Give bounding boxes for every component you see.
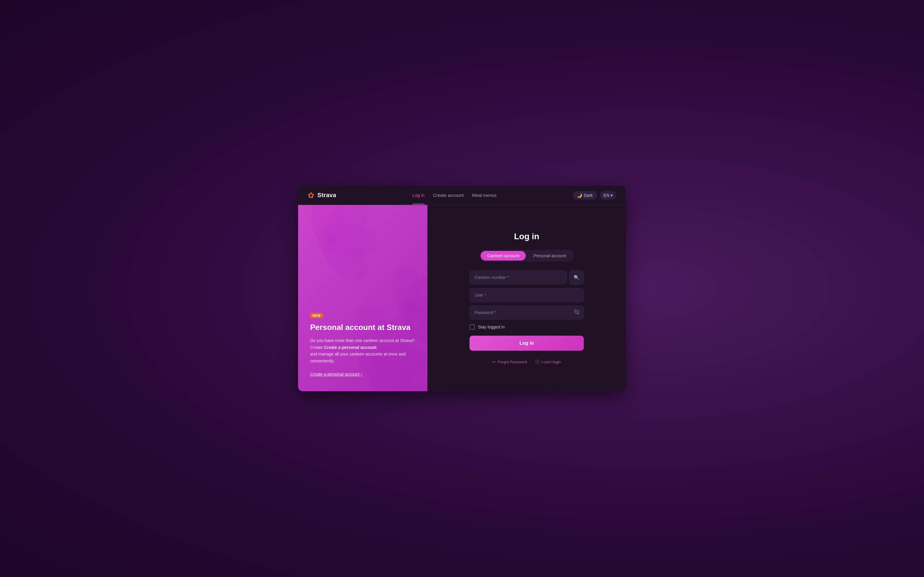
nav-create-account[interactable]: Create account xyxy=(433,193,464,198)
forgot-password-label: Forgot Password xyxy=(498,360,527,364)
promo-link-label: Create a personal account xyxy=(310,372,359,377)
password-visibility-toggle[interactable] xyxy=(574,309,580,316)
tab-canteen-label: Canteen account xyxy=(487,253,519,258)
search-icon: 🔍 xyxy=(573,275,580,280)
login-button[interactable]: Log in xyxy=(470,336,584,351)
main-content: NEW Personal account at Strava Do you ha… xyxy=(298,205,626,391)
nav-login[interactable]: Log in xyxy=(412,193,425,198)
header-controls: 🌙 Dark EN ▾ xyxy=(573,191,616,200)
svg-point-4 xyxy=(318,230,339,251)
user-input[interactable] xyxy=(470,288,584,302)
cant-login-link[interactable]: ⓘ I can't login xyxy=(535,359,561,364)
arrow-right-icon: › xyxy=(361,372,362,377)
account-tabs: Canteen account Personal account xyxy=(480,250,574,262)
login-button-label: Log in xyxy=(519,340,534,346)
forgot-password-link[interactable]: ↩ Forgot Password xyxy=(493,359,527,364)
info-icon: ⓘ xyxy=(535,359,539,364)
nav-meal-menus[interactable]: Meal menus xyxy=(472,193,497,198)
login-title: Log in xyxy=(514,232,539,241)
key-icon: ↩ xyxy=(493,360,496,364)
logo-text: Strava xyxy=(317,192,336,199)
promo-description: Do you have more than one canteen accoun… xyxy=(310,337,415,364)
language-button[interactable]: EN ▾ xyxy=(600,191,616,200)
app-wrapper: ✿ Strava Log in Create account Meal menu… xyxy=(298,186,626,391)
tab-personal-account[interactable]: Personal account xyxy=(527,251,573,261)
promo-title: Personal account at Strava xyxy=(310,322,415,333)
canteen-number-row: 🔍 xyxy=(470,270,584,285)
bottom-links: ↩ Forgot Password ⓘ I can't login xyxy=(470,359,584,364)
promo-desc-line1: Do you have more than one canteen accoun… xyxy=(310,338,415,343)
login-form: 🔍 xyxy=(470,270,584,364)
password-input[interactable] xyxy=(470,306,584,319)
canteen-search-button[interactable]: 🔍 xyxy=(569,270,584,285)
moon-icon: 🌙 xyxy=(577,193,582,198)
left-panel: NEW Personal account at Strava Do you ha… xyxy=(298,205,427,391)
tab-personal-label: Personal account xyxy=(533,253,566,258)
user-input-wrapper xyxy=(470,288,584,302)
cant-login-label: I can't login xyxy=(541,360,561,364)
dark-mode-label: Dark xyxy=(584,193,593,198)
promo-desc-line3: and manage all your canteen accounts at … xyxy=(310,351,406,363)
promo-desc-line2: Create Create a personal account xyxy=(310,345,376,350)
canteen-number-input[interactable] xyxy=(470,271,567,284)
promo-desc-strong: Create a personal account xyxy=(324,345,376,350)
right-panel: Log in Canteen account Personal account … xyxy=(427,205,626,391)
lang-label: EN xyxy=(604,193,609,198)
tab-canteen-account[interactable]: Canteen account xyxy=(481,251,526,261)
left-panel-content: NEW Personal account at Strava Do you ha… xyxy=(310,313,415,377)
header: ✿ Strava Log in Create account Meal menu… xyxy=(298,186,626,205)
stay-logged-in-row: Stay logged in xyxy=(470,324,584,330)
create-personal-account-link[interactable]: Create a personal account › xyxy=(310,372,362,377)
stay-logged-label[interactable]: Stay logged in xyxy=(478,324,505,329)
chevron-down-icon: ▾ xyxy=(611,193,613,198)
nav-area: Log in Create account Meal menus xyxy=(412,193,497,198)
logo-area: ✿ Strava xyxy=(308,192,336,199)
new-badge: NEW xyxy=(310,313,323,318)
stay-logged-checkbox[interactable] xyxy=(470,324,475,330)
strava-logo-icon: ✿ xyxy=(308,192,314,199)
password-input-wrapper xyxy=(470,306,584,319)
dark-mode-button[interactable]: 🌙 Dark xyxy=(573,191,597,200)
